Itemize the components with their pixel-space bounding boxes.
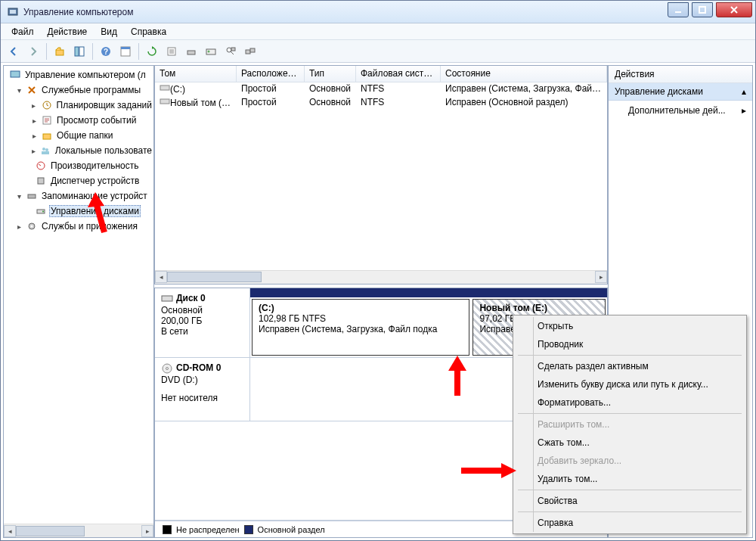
col-volume[interactable]: Том: [155, 66, 237, 82]
tree-scrollbar[interactable]: ◂ ▸: [4, 524, 153, 537]
tree-eventviewer[interactable]: Просмотр событий: [55, 115, 138, 126]
show-hide-tree-button[interactable]: [71, 43, 88, 60]
svg-rect-10: [121, 47, 130, 49]
menu-action[interactable]: Действие: [42, 25, 94, 39]
collapse-icon[interactable]: ▾: [14, 192, 23, 201]
close-button[interactable]: [716, 2, 752, 17]
svg-rect-18: [250, 48, 255, 52]
tree-services[interactable]: Службы и приложения: [40, 221, 139, 232]
storage-icon: [26, 190, 38, 202]
tree-scheduler[interactable]: Планировщик заданий: [55, 100, 153, 110]
partition-size: 102,98 ГБ NTFS: [259, 313, 326, 324]
svg-point-23: [42, 148, 45, 151]
col-fs[interactable]: Файловая система: [356, 66, 441, 82]
ctx-format[interactable]: Форматировать...: [515, 393, 745, 412]
vol-name: (C:): [170, 84, 185, 95]
scroll-right-icon[interactable]: ▸: [141, 525, 153, 537]
legend-swatch-primary: [244, 525, 253, 534]
tree-localusers[interactable]: Локальные пользовате: [54, 145, 153, 156]
scroll-left-icon[interactable]: ◂: [155, 271, 167, 283]
refresh-icon[interactable]: [144, 43, 160, 60]
ctx-open[interactable]: Открыть: [515, 317, 745, 335]
col-status[interactable]: Состояние: [441, 66, 607, 82]
vol-status: Исправен (Система, Загрузка, Файл п: [441, 82, 607, 96]
svg-rect-19: [11, 71, 20, 77]
expand-icon[interactable]: ▸: [29, 132, 39, 140]
folder-shared-icon: [41, 129, 53, 141]
ctx-extend: Расширить том...: [515, 415, 745, 434]
tree-shared[interactable]: Общие папки: [55, 130, 114, 141]
disk-name: Диск 0: [176, 293, 206, 303]
tree-diskmgmt[interactable]: Управление дисками: [49, 205, 141, 217]
navigation-tree-panel: Управление компьютером (л ▾Служебные про…: [3, 65, 154, 538]
tree-root[interactable]: Управление компьютером (л: [23, 70, 147, 80]
tool-icon-4[interactable]: [242, 43, 259, 60]
tree-utils[interactable]: Служебные программы: [40, 85, 142, 95]
svg-rect-27: [38, 178, 44, 184]
vol-fs: NTFS: [356, 82, 441, 96]
tool-icon-1[interactable]: [183, 43, 200, 60]
title-bar[interactable]: Управление компьютером: [1, 1, 755, 23]
expand-icon[interactable]: ▸: [14, 222, 23, 231]
expand-icon[interactable]: ▸: [29, 147, 38, 155]
disk-size: 200,00 ГБ: [161, 316, 243, 326]
disk-info[interactable]: Диск 0 Основной 200,00 ГБ В сети: [155, 288, 250, 357]
tree-devmgr[interactable]: Диспетчер устройств: [49, 176, 141, 186]
ctx-props[interactable]: Свойства: [515, 492, 745, 510]
tool-icon-3[interactable]: [222, 43, 239, 60]
properties-icon[interactable]: [117, 43, 134, 60]
tree-perf[interactable]: Производительность: [49, 160, 140, 171]
volume-row[interactable]: Новый том (E:) Простой Основной NTFS Исп…: [155, 96, 607, 110]
expand-icon[interactable]: ▸: [29, 101, 39, 110]
minimize-button[interactable]: [668, 2, 689, 17]
ctx-shrink[interactable]: Сжать том...: [515, 434, 745, 452]
ctx-delete[interactable]: Удалить том...: [515, 470, 745, 488]
expand-icon[interactable]: ▸: [29, 117, 39, 125]
vol-layout: Простой: [237, 82, 305, 96]
svg-rect-33: [160, 86, 169, 90]
scroll-left-icon[interactable]: ◂: [4, 525, 16, 537]
nav-tree[interactable]: Управление компьютером (л ▾Служебные про…: [4, 66, 153, 524]
up-button[interactable]: [51, 43, 68, 60]
tool-icon-2[interactable]: [203, 43, 219, 60]
settings-icon[interactable]: [163, 43, 180, 60]
forward-button[interactable]: [25, 43, 42, 60]
svg-rect-6: [79, 47, 84, 56]
actions-section[interactable]: Управление дисками ▴: [609, 83, 752, 101]
partition-c[interactable]: (C:) 102,98 ГБ NTFS Исправен (Система, З…: [252, 299, 469, 356]
ctx-help[interactable]: Справка: [515, 514, 745, 532]
gear-icon: [26, 220, 38, 232]
actions-more[interactable]: Дополнительные дей... ▸: [609, 101, 752, 120]
perf-icon: [35, 160, 47, 172]
svg-rect-17: [246, 50, 250, 54]
vol-fs: NTFS: [356, 96, 441, 110]
ctx-active[interactable]: Сделать раздел активным: [515, 357, 745, 375]
section-label: Управление дисками: [615, 86, 703, 97]
col-type[interactable]: Тип: [305, 66, 356, 82]
tree-storage[interactable]: Запоминающие устройст: [40, 191, 149, 201]
menu-file[interactable]: Файл: [5, 25, 40, 39]
menu-view[interactable]: Вид: [94, 25, 123, 39]
device-icon: [35, 175, 47, 187]
svg-point-24: [45, 148, 48, 151]
scroll-right-icon[interactable]: ▸: [595, 271, 607, 283]
menu-help[interactable]: Справка: [125, 25, 172, 39]
ctx-explorer[interactable]: Проводник: [515, 335, 745, 353]
collapse-icon[interactable]: ▾: [14, 86, 23, 95]
clock-icon: [41, 99, 53, 111]
maximize-button[interactable]: [692, 2, 713, 17]
legend-label: Не распределен: [176, 525, 240, 534]
back-button[interactable]: [5, 43, 22, 60]
svg-rect-22: [43, 134, 51, 139]
disk-info[interactable]: CD-ROM 0 DVD (D:) Нет носителя: [155, 358, 250, 421]
partition-title: (C:): [259, 303, 274, 313]
col-layout[interactable]: Расположение: [237, 66, 305, 82]
volume-row[interactable]: (C:) Простой Основной NTFS Исправен (Сис…: [155, 82, 607, 96]
disk-state: Нет носителя: [161, 393, 243, 403]
hdd-icon: [161, 293, 173, 305]
list-scrollbar[interactable]: ◂ ▸: [155, 270, 607, 284]
ctx-letter[interactable]: Изменить букву диска или путь к диску...: [515, 375, 745, 393]
help-icon[interactable]: ?: [98, 43, 114, 60]
list-header[interactable]: Том Расположение Тип Файловая система Со…: [155, 66, 607, 82]
svg-point-14: [208, 50, 210, 52]
